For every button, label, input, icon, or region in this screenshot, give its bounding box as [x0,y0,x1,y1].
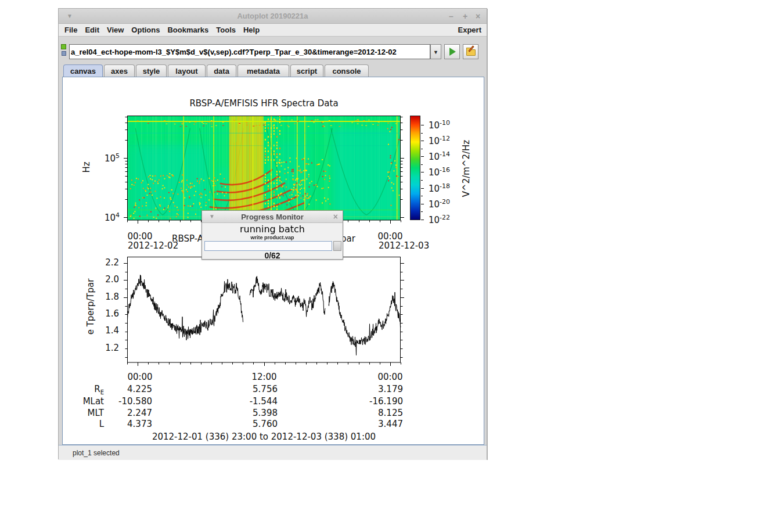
ephemeris-row-label: RE [69,384,104,396]
window-title: Autoplot 20190221a [59,12,487,20]
ephemeris-value: 5.756 [225,384,278,394]
window-titlebar[interactable]: ▼ Autoplot 20190221a – + × [59,9,487,24]
lineplot-xtick-label: 00:00 [125,372,154,382]
main-tabs: canvas axes style layout data metadata s… [59,64,487,77]
menu-file[interactable]: File [64,26,77,34]
close-button[interactable]: × [473,11,483,21]
tab-console[interactable]: console [325,64,369,77]
menu-bookmarks[interactable]: Bookmarks [167,26,208,34]
plot-canvas-panel[interactable]: RBSP-A/EMFISIS HFR Spectra Data Hz 105 1… [62,77,484,445]
colorbar-tick-label: 10-20 [429,198,450,210]
menu-help[interactable]: Help [243,26,260,34]
progress-stop-button[interactable] [333,241,341,251]
ephemeris-value: 4.225 [100,384,152,394]
ephemeris-value: 2.247 [100,408,152,418]
lineplot-xtick-label: 00:00 [376,372,405,382]
lineplot-ytick-label: 1.2 [96,343,119,353]
tab-metadata[interactable]: metadata [237,64,289,77]
spectrogram-ytick-label: 105 [96,152,120,164]
tab-data[interactable]: data [207,64,236,77]
expert-mode-label[interactable]: Expert [458,26,481,34]
tab-layout[interactable]: layout [168,64,206,77]
maximize-button[interactable]: + [460,11,470,21]
lineplot-canvas[interactable] [121,256,406,371]
menu-edit[interactable]: Edit [85,26,99,34]
uri-toolbar: ▼ [59,37,487,64]
lineplot-ytick-label: 2.0 [96,274,119,285]
ephemeris-value: -16.190 [351,396,403,407]
ephemeris-value: 3.447 [351,419,403,429]
lineplot-ytick-label: 1.8 [96,292,119,302]
tab-style[interactable]: style [136,64,167,77]
tab-script[interactable]: script [290,64,323,77]
colorbar-tick-label: 10-22 [429,214,450,225]
dialog-titlebar[interactable]: ▼ Progress Monitor × [202,211,343,223]
ephemeris-row-label: MLT [69,408,104,419]
spectrogram-xtick-date: 2012-12-03 [379,240,429,251]
menu-tools[interactable]: Tools [216,26,236,34]
colorbar-tick-label: 10-14 [429,150,450,162]
colorbar-tick-label: 10-10 [429,119,450,131]
ephemeris-value: -1.544 [225,396,278,407]
lineplot-title-fragment-left: RBSP-A [172,233,203,244]
dialog-title: Progress Monitor [202,213,343,221]
ephemeris-value: 8.125 [351,408,403,418]
colorbar-axis-label: V^2/m^2/Hz [461,136,472,201]
ephemeris-row-label: MLat [69,396,104,408]
spectrogram-ylabel: Hz [81,159,92,176]
spectrogram-xtick-date: 2012-12-02 [128,240,178,251]
progress-monitor-dialog[interactable]: ▼ Progress Monitor × running batch write… [201,210,343,260]
minimize-button[interactable]: – [446,11,456,21]
ephemeris-value: 3.179 [351,384,403,394]
colorbar[interactable] [410,116,420,220]
colorbar-tick-label: 10-16 [429,166,450,178]
status-bar: plot_1 selected [59,445,487,460]
chevron-down-icon: ▼ [433,49,438,55]
play-icon [449,48,456,56]
ephemeris-value: 5.398 [225,408,278,418]
tab-canvas[interactable]: canvas [63,64,103,77]
datasource-status-green-icon [61,44,66,49]
menu-view[interactable]: View [107,26,124,34]
datasource-status-blue-icon [62,51,66,56]
lineplot-xtick-label: 12:00 [250,372,279,382]
status-text: plot_1 selected [73,449,120,457]
lineplot-ytick-label: 1.6 [96,308,119,319]
lineplot-ytick-label: 1.4 [96,325,119,336]
lineplot-ylabel: e Tperp/Tpar [85,272,96,342]
plot-go-button[interactable] [444,44,460,59]
time-range-label: 2012-12-01 (336) 23:00 to 2012-12-03 (33… [127,432,401,442]
menu-options[interactable]: Options [131,26,160,34]
uri-dropdown-button[interactable]: ▼ [430,44,441,59]
ephemeris-value: -10.580 [100,396,152,407]
colorbar-tick-label: 10-12 [429,135,450,146]
ephemeris-row-label: L [69,419,104,430]
progress-bar [204,241,332,251]
lineplot-ytick-label: 2.2 [96,257,119,268]
colorbar-tick-label: 10-18 [429,182,450,194]
spectrogram-title: RBSP-A/EMFISIS HFR Spectra Data [127,98,401,109]
tab-axes[interactable]: axes [104,64,135,77]
progress-task-label: running batch [202,224,343,235]
spectrogram-ytick-label: 104 [96,211,120,223]
uri-input[interactable] [69,44,430,59]
dialog-close-icon[interactable]: × [333,212,338,221]
open-file-button[interactable] [463,44,478,59]
menu-bar: File Edit View Options Bookmarks Tools H… [59,24,487,37]
ephemeris-value: 4.373 [100,419,152,429]
progress-subtask-label: write product.vap [202,235,343,240]
colorbar-ticks [421,114,427,221]
ephemeris-value: 5.760 [225,419,278,429]
progress-counter: 0/62 [202,251,343,260]
